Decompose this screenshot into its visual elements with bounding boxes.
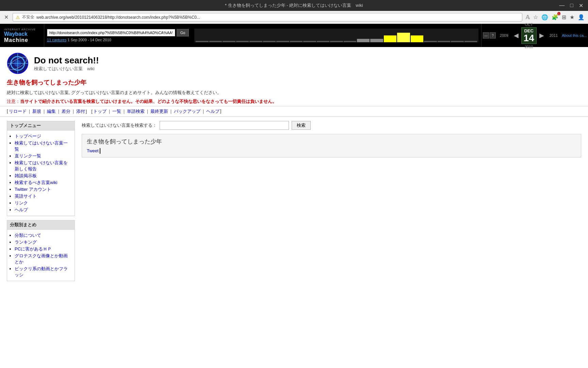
wayback-timeline[interactable] (192, 24, 481, 47)
search-row: 検索してはいけない言葉を検索する： 検索 (82, 121, 581, 130)
browser-icon[interactable]: ⊞ (561, 13, 567, 21)
nav-reload[interactable]: リロード (9, 108, 27, 114)
nav-grotesque[interactable]: グロテスクな画像とか動画とか (15, 253, 68, 264)
minimize-button[interactable]: — (558, 2, 566, 9)
nav-twitter[interactable]: Twitter アカウント (15, 187, 51, 192)
nav-diff[interactable]: 差分 (62, 108, 70, 114)
cal-next-arrow[interactable]: ▶ (538, 32, 545, 39)
cal-prev-arrow[interactable]: ◀ (512, 32, 520, 39)
nav-search[interactable]: 単語検索 (127, 108, 145, 114)
title-bar-controls: — □ ✕ (558, 2, 585, 9)
nav-report-word[interactable]: 検索してはいけない言葉を新しく報告 (15, 160, 68, 171)
nav-top-page[interactable]: トップページ (15, 134, 41, 139)
page-desc: 絶対に検索してはいけない言葉, ググってはいけない言葉のまとめサイト。みんなの情… (0, 88, 588, 98)
cal-help-button[interactable]: ? (490, 32, 496, 39)
nav-word-list[interactable]: 検索してはいけない言葉一覧 (15, 140, 68, 152)
tick-5 (249, 41, 262, 42)
nav-help[interactable]: ヘルプ (206, 108, 219, 114)
nav-surprise[interactable]: ビックリ系の動画とかフラッシ (15, 266, 68, 277)
about-capture-link[interactable]: About this ca... (560, 33, 588, 37)
nav-list[interactable]: 一覧 (112, 108, 121, 114)
nav-new[interactable]: 新規 (32, 108, 41, 114)
wayback-go-button[interactable]: Go (177, 29, 189, 36)
list-item: 検索するべき言葉wiki (15, 180, 72, 186)
title-bar: * 生き物を飼ってしまった少年 - 絶対に検索してはいけない言葉 wiki — … (0, 0, 588, 11)
nav-bracket-close-2: ] (220, 108, 222, 114)
address-bar[interactable]: ⚠ 不安全 web.archive.org/web/20101214063218… (13, 13, 522, 21)
tick-7 (276, 41, 289, 42)
list-item: 雑談掲示板 (15, 173, 72, 179)
browser-toolbar: ✕ ⚠ 不安全 web.archive.org/web/201012140632… (0, 11, 588, 24)
reader-icon[interactable]: 𝔸 (525, 13, 530, 21)
search-label: 検索してはいけない言葉を検索する： (82, 122, 157, 128)
nav-top[interactable]: トップ (93, 108, 107, 114)
tick-8 (290, 41, 303, 42)
cal-prev-year-section: 2009 (497, 24, 511, 47)
tick-16 (438, 41, 450, 42)
main-area: 検索してはいけない言葉を検索する： 検索 生き物を飼ってしまった少年 Tweet (82, 121, 581, 281)
content-box: 生き物を飼ってしまった少年 Tweet (82, 134, 581, 158)
list-item: Twitter アカウント (15, 186, 72, 193)
wayback-url-section: Go 11 captures 1 Sep 2009 - 14 Dec 2010 (44, 24, 192, 47)
nav-edit[interactable]: 編集 (47, 108, 56, 114)
list-item: 英語サイト (15, 193, 72, 199)
cal-prev-year[interactable]: 2009 (500, 33, 508, 37)
nav-direct-link[interactable]: 直リンク一覧 (15, 153, 41, 158)
cal-next-year[interactable]: 2011 (550, 33, 558, 37)
list-item: ビックリ系の動画とかフラッシ (15, 266, 72, 278)
tick-active-1 (384, 35, 396, 42)
list-item: トップページ (15, 133, 72, 139)
list-item: 直リンク一覧 (15, 153, 72, 159)
nav-backup[interactable]: バックアップ (174, 108, 200, 114)
list-item: 検索してはいけない言葉を新しく報告 (15, 160, 72, 172)
cal-dec-box: DEC 14 (521, 27, 537, 44)
cal-next-year-section: 2011 (547, 24, 560, 47)
title-bar-text: * 生き物を飼ってしまった少年 - 絶対に検索してはいけない言葉 wiki (225, 2, 363, 9)
nav-bbs[interactable]: 雑談掲示板 (15, 173, 37, 178)
notice-text: 当サイトで紹介されている言葉を検索してはいけません。その結果、どのような不快な思… (20, 99, 277, 104)
cal-center: OCT DEC 14 2010 (521, 22, 537, 49)
wayback-url-input[interactable] (47, 29, 175, 36)
tick-17 (451, 41, 463, 42)
tick-13 (357, 39, 370, 42)
timeline-bar (194, 29, 478, 42)
sidebar-category-title: 分類別まとめ (7, 220, 75, 230)
nav-classify[interactable]: 分類について (15, 233, 41, 238)
nav-ranking[interactable]: ランキング (15, 240, 37, 245)
favorites-icon[interactable]: ★ (569, 13, 575, 21)
extensions-icon[interactable]: 🧩1 (551, 13, 559, 21)
search-button[interactable]: 検索 (292, 121, 311, 130)
tick-2 (209, 41, 222, 42)
tick-1 (196, 41, 208, 42)
nav-search-wiki[interactable]: 検索するべき言葉wiki (15, 180, 58, 185)
nav-help-item[interactable]: ヘルプ (15, 207, 28, 212)
list-item: リンク (15, 200, 72, 206)
site-title-area: Do not search!! 検索してはいけない言葉 wiki (34, 55, 99, 72)
maximize-button[interactable]: □ (569, 2, 575, 9)
site-title: Do not search!! (34, 55, 99, 66)
cal-current-year: 2010 (525, 45, 533, 49)
nav-pc-harm[interactable]: PCに害があるＨＰ (15, 246, 52, 251)
site-subtitle: 検索してはいけない言葉 wiki (34, 66, 99, 72)
profile-icon[interactable]: 👤 (577, 13, 585, 21)
list-item: ヘルプ (15, 207, 72, 213)
collections-icon[interactable]: 🌐 (541, 13, 549, 21)
close-button[interactable]: ✕ (577, 2, 585, 9)
nav-links: [ リロード ｜ 新規 ｜ 編集 ｜ 差分 ｜ 添付 ] [ トップ ｜ 一覧 … (0, 106, 588, 117)
cal-minimize-button[interactable]: — (483, 32, 489, 39)
nav-attach[interactable]: 添付 (76, 108, 85, 114)
main-layout: トップメニュー トップページ 検索してはいけない言葉一覧 直リンク一覧 検索して… (0, 117, 588, 285)
tweet-link[interactable]: Tweet (87, 148, 99, 153)
nav-recent[interactable]: 最終更新 (150, 108, 168, 114)
back-button[interactable]: ✕ (3, 13, 10, 21)
unsafe-label: 不安全 (22, 14, 34, 20)
list-item: 分類について (15, 232, 72, 239)
nav-links-item[interactable]: リンク (15, 200, 28, 205)
site-logo (7, 52, 29, 74)
tick-9 (303, 41, 316, 42)
nav-english[interactable]: 英語サイト (15, 194, 37, 199)
star-icon[interactable]: ☆ (533, 13, 539, 21)
search-input[interactable] (160, 121, 289, 130)
content-box-title: 生き物を飼ってしまった少年 (87, 138, 576, 145)
captures-link[interactable]: 11 captures (47, 38, 66, 42)
